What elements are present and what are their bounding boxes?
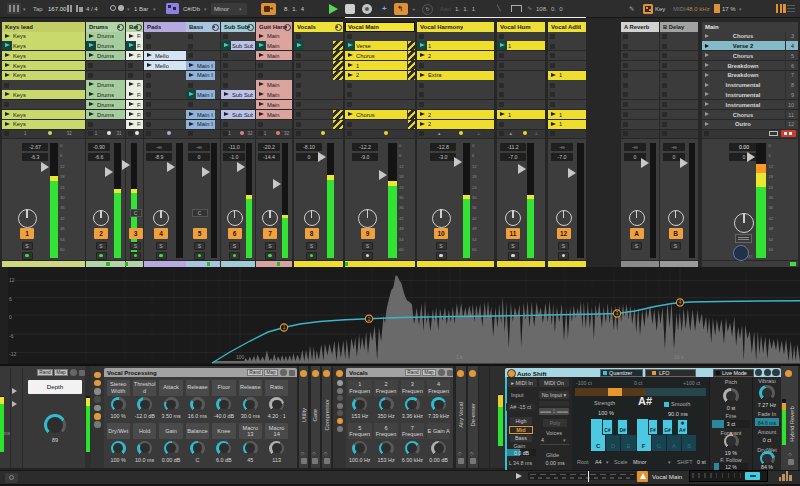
svg-text:10 k: 10 k	[674, 354, 684, 360]
svg-text:1 k: 1 k	[456, 354, 463, 360]
svg-text:100: 100	[236, 354, 245, 360]
